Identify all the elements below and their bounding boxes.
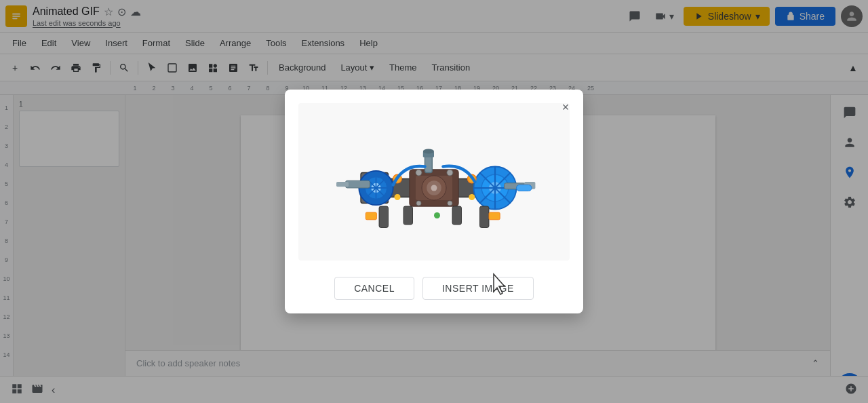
svg-rect-49 (489, 212, 500, 220)
svg-rect-40 (452, 206, 462, 225)
modal-image-area (298, 103, 570, 261)
insert-image-button[interactable]: INSERT IMAGE (422, 277, 534, 300)
svg-rect-48 (366, 212, 376, 220)
svg-point-45 (448, 201, 452, 206)
svg-point-42 (416, 170, 422, 176)
svg-rect-30 (346, 180, 370, 188)
cancel-button[interactable]: CANCEL (334, 277, 414, 300)
modal-actions: CANCEL INSERT IMAGE (298, 277, 570, 300)
image-preview-modal: × (285, 90, 583, 313)
svg-point-44 (416, 201, 421, 206)
svg-point-26 (431, 185, 437, 191)
svg-point-37 (469, 194, 475, 200)
svg-point-36 (395, 194, 401, 200)
svg-rect-38 (379, 206, 389, 228)
svg-rect-39 (403, 206, 413, 225)
machine-illustration (312, 111, 556, 253)
svg-point-43 (447, 170, 453, 176)
modal-close-button[interactable]: × (556, 98, 575, 117)
modal-overlay[interactable]: × (0, 0, 868, 403)
svg-point-46 (434, 212, 440, 218)
svg-point-29 (423, 149, 434, 153)
svg-rect-41 (480, 206, 490, 228)
svg-rect-31 (336, 182, 349, 187)
svg-rect-47 (517, 185, 532, 191)
